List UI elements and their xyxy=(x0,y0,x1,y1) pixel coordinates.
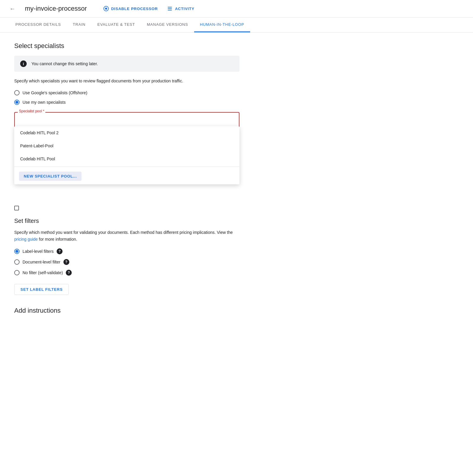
info-banner: i You cannot change this setting later. xyxy=(14,56,239,72)
checkbox-row xyxy=(14,206,253,210)
pricing-guide-link[interactable]: pricing guide xyxy=(14,237,38,242)
radio-circle-document-level xyxy=(14,259,20,265)
radio-circle-google xyxy=(14,90,20,95)
tab-train[interactable]: TRAIN xyxy=(67,17,92,32)
tab-manage-versions[interactable]: MANAGE VERSIONS xyxy=(141,17,194,32)
disable-processor-label: DISABLE PROCESSOR xyxy=(111,7,158,11)
specialist-pool-label: Specialist pool * xyxy=(18,109,45,113)
main-content: Select specialists i You cannot change t… xyxy=(0,33,267,330)
filter-radio-group: Label-level filters ? Document-level fil… xyxy=(14,248,253,276)
filter-radio-document-level[interactable]: Document-level filter ? xyxy=(14,259,253,265)
activity-label: ACTIVITY xyxy=(175,7,194,11)
info-icon: i xyxy=(20,60,27,67)
svg-rect-4 xyxy=(168,10,172,10)
filter-radio-no-filter[interactable]: No filter (self-validate) ? xyxy=(14,270,253,276)
specialist-pool-field: Specialist pool * Codelab HITL Pool 2 Pa… xyxy=(14,112,239,127)
info-banner-text: You cannot change this setting later. xyxy=(31,61,98,66)
disable-processor-icon xyxy=(103,6,109,11)
dropdown-item-codelab-hitl-pool-2[interactable]: Codelab HITL Pool 2 xyxy=(14,126,239,139)
tab-processor-details[interactable]: PROCESSOR DETAILS xyxy=(9,17,67,32)
radio-label-no-filter: No filter (self-validate) xyxy=(23,270,63,275)
checkbox-box[interactable] xyxy=(14,206,19,210)
add-instructions-title: Add instructions xyxy=(14,307,253,314)
radio-label-label-level: Label-level filters xyxy=(23,249,54,254)
help-icon-document-level[interactable]: ? xyxy=(63,259,69,265)
tab-evaluate-test[interactable]: EVALUATE & TEST xyxy=(92,17,141,32)
specialist-pool-border[interactable] xyxy=(14,112,239,127)
filters-description: Specify which method you want for valida… xyxy=(14,229,239,242)
select-specialists-title: Select specialists xyxy=(14,42,253,50)
svg-point-1 xyxy=(105,8,107,10)
tab-human-in-the-loop[interactable]: HUMAN-IN-THE-LOOP xyxy=(194,17,250,32)
set-label-filters-button[interactable]: SET LABEL FILTERS xyxy=(14,284,69,295)
radio-circle-label-level xyxy=(14,249,20,254)
back-icon: ← xyxy=(9,5,15,12)
dropdown-divider xyxy=(14,167,239,167)
help-icon-label-level[interactable]: ? xyxy=(57,248,63,254)
dropdown-item-patent-label-pool[interactable]: Patent-Label-Pool xyxy=(14,139,239,152)
specialist-pool-dropdown: Codelab HITL Pool 2 Patent-Label-Pool Co… xyxy=(14,126,239,184)
activity-button[interactable]: ACTIVITY xyxy=(167,6,194,11)
top-bar: ← my-invoice-processor DISABLE PROCESSOR… xyxy=(0,0,473,17)
back-button[interactable]: ← xyxy=(9,5,15,12)
disable-processor-button[interactable]: DISABLE PROCESSOR xyxy=(103,6,158,11)
radio-label-google: Use Google's specialists (Offshore) xyxy=(23,90,87,95)
svg-rect-5 xyxy=(168,7,169,7)
radio-circle-no-filter xyxy=(14,270,20,275)
filter-radio-label-level[interactable]: Label-level filters ? xyxy=(14,248,253,254)
new-specialist-pool-button[interactable]: NEW SPECIALIST POOL... xyxy=(19,172,82,181)
filters-desc-text: Specify which method you want for valida… xyxy=(14,230,233,235)
specialists-description: Specify which specialists you want to re… xyxy=(14,78,239,84)
radio-label-document-level: Document-level filter xyxy=(23,260,60,264)
radio-own-specialists[interactable]: Use my own specialists xyxy=(14,100,253,105)
activity-icon xyxy=(167,6,172,11)
help-icon-no-filter[interactable]: ? xyxy=(66,270,72,276)
radio-circle-own xyxy=(14,100,20,105)
radio-label-own: Use my own specialists xyxy=(23,100,66,105)
tab-bar: PROCESSOR DETAILS TRAIN EVALUATE & TEST … xyxy=(0,17,473,33)
set-filters-title: Set filters xyxy=(14,218,253,224)
filters-desc-suffix: for more information. xyxy=(39,237,77,242)
radio-google-specialists[interactable]: Use Google's specialists (Offshore) xyxy=(14,90,253,95)
dropdown-item-codelab-hitl-pool[interactable]: Codelab HITL Pool xyxy=(14,152,239,165)
processor-name: my-invoice-processor xyxy=(25,5,87,12)
specialists-radio-group: Use Google's specialists (Offshore) Use … xyxy=(14,90,253,105)
svg-rect-3 xyxy=(168,8,172,9)
